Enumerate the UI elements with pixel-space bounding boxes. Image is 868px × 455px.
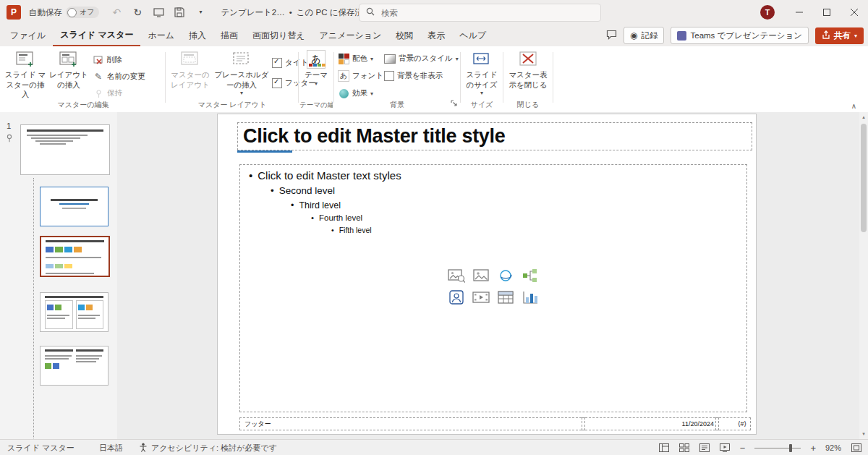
maximize-button[interactable] bbox=[813, 0, 841, 25]
ribbon-group-background: 配色 ▾ あ フォント ▾ 効果 ▾ 背景のスタイル ▾ 背景を非表示 bbox=[335, 46, 459, 111]
scrollbar-thumb[interactable] bbox=[861, 124, 867, 232]
slide-master-editing-surface[interactable]: Click to edit Master title style •Click … bbox=[217, 114, 757, 435]
customize-qat-chevron-icon[interactable]: ▾ bbox=[195, 7, 206, 18]
video-icon[interactable] bbox=[472, 289, 490, 305]
avatar[interactable]: T bbox=[760, 5, 775, 20]
quick-access-toolbar: ↶ ↻ ▾ bbox=[111, 7, 206, 18]
tab-transitions[interactable]: 画面切り替え bbox=[245, 25, 312, 46]
smartart-icon[interactable] bbox=[521, 268, 540, 284]
insert-slide-master-button[interactable]: スライド マスターの挿入 bbox=[4, 50, 46, 100]
pictures-icon[interactable] bbox=[472, 268, 490, 284]
slideshow-view-icon[interactable] bbox=[720, 443, 731, 453]
thumbnail-content bbox=[45, 349, 103, 352]
rename-button[interactable]: ✎ 名前の変更 bbox=[93, 70, 145, 83]
date-placeholder[interactable]: 11/20/2024 bbox=[582, 417, 719, 430]
3d-models-icon[interactable] bbox=[496, 268, 515, 284]
teams-label: Teams でプレゼンテーション bbox=[690, 30, 802, 41]
preserve-button[interactable]: 保持 bbox=[93, 87, 122, 100]
group-label-edit-theme: テーマの編集 bbox=[299, 101, 333, 110]
redo-icon[interactable]: ↻ bbox=[132, 7, 143, 18]
thumbnail-content bbox=[27, 135, 88, 136]
master-layout-button[interactable]: マスターのレイアウト bbox=[168, 50, 213, 90]
collapse-ribbon-icon[interactable]: ∧ bbox=[851, 102, 856, 110]
close-button[interactable] bbox=[841, 0, 868, 25]
fit-to-window-icon[interactable] bbox=[851, 443, 861, 453]
themes-button[interactable]: あ テーマ ▾ bbox=[301, 50, 331, 88]
comments-icon[interactable] bbox=[606, 30, 617, 42]
title-placeholder[interactable]: Click to edit Master title style bbox=[237, 122, 752, 150]
autosave-toggle[interactable]: オフ bbox=[66, 7, 99, 18]
scroll-up-icon[interactable]: ▴ bbox=[859, 112, 868, 122]
search-input[interactable] bbox=[380, 8, 571, 18]
effects-button[interactable]: 効果 ▾ bbox=[338, 87, 373, 100]
tab-review[interactable]: 校閲 bbox=[388, 25, 420, 46]
document-title[interactable]: テンプレート2… • この PC に保存済み ▾ bbox=[221, 7, 379, 18]
slide-sorter-icon[interactable] bbox=[679, 443, 690, 453]
scroll-down-icon[interactable]: ▾ bbox=[859, 429, 868, 439]
share-button[interactable]: 共有 ▾ bbox=[815, 27, 864, 44]
share-label: 共有 bbox=[834, 30, 851, 41]
footer-placeholder[interactable]: フッター bbox=[239, 417, 585, 430]
colors-icon bbox=[338, 53, 349, 64]
hide-background-checkbox[interactable]: 背景を非表示 bbox=[384, 69, 443, 82]
zoom-slider[interactable] bbox=[754, 448, 801, 448]
thumbnail-layout-4[interactable] bbox=[40, 346, 109, 386]
tab-animations[interactable]: アニメーション bbox=[312, 25, 389, 46]
powerpoint-logo-icon[interactable]: P bbox=[7, 5, 21, 20]
normal-view-icon[interactable] bbox=[659, 443, 670, 453]
colors-button[interactable]: 配色 ▾ bbox=[338, 52, 373, 65]
zoom-slider-knob[interactable] bbox=[789, 444, 792, 452]
vertical-scrollbar[interactable]: ▴ ▾ bbox=[859, 112, 868, 439]
tab-view[interactable]: 表示 bbox=[420, 25, 452, 46]
layout-connector-line bbox=[33, 178, 34, 453]
fonts-icon: あ bbox=[338, 70, 349, 82]
save-icon[interactable] bbox=[174, 7, 185, 18]
insert-layout-button[interactable]: レイアウトの挿入 bbox=[48, 50, 90, 90]
zoom-percentage[interactable]: 92% bbox=[825, 443, 841, 452]
tab-insert[interactable]: 挿入 bbox=[182, 25, 213, 46]
fonts-button[interactable]: あ フォント ▾ bbox=[338, 69, 389, 82]
slide-number-placeholder[interactable]: ⟨#⟩ bbox=[715, 417, 751, 430]
table-icon[interactable] bbox=[496, 289, 515, 305]
undo-icon[interactable]: ↶ bbox=[111, 7, 122, 18]
thumbnail-content bbox=[45, 296, 103, 298]
slide-size-button[interactable]: スライドのサイズ ▾ bbox=[463, 50, 501, 98]
accessibility-status[interactable]: アクセシビリティ: 検討が必要です bbox=[139, 443, 277, 454]
autosave-control[interactable]: 自動保存 オフ bbox=[29, 7, 99, 18]
teams-present-button[interactable]: Teams でプレゼンテーション bbox=[671, 27, 809, 44]
thumbnail-layout-2-selected[interactable] bbox=[40, 236, 110, 277]
body-placeholder[interactable]: •Click to edit Master text styles •Secon… bbox=[239, 164, 747, 412]
record-button[interactable]: ◉ 記録 bbox=[624, 27, 664, 44]
search-box[interactable] bbox=[359, 4, 601, 22]
bullet-level-4: •Fourth level bbox=[311, 213, 362, 222]
status-language[interactable]: 日本語 bbox=[99, 443, 123, 454]
delete-icon bbox=[93, 54, 104, 66]
tab-draw[interactable]: 描画 bbox=[213, 25, 245, 46]
bullet-glyph: • bbox=[271, 185, 274, 196]
title-accent-bar bbox=[237, 150, 292, 153]
thumbnail-layout-1[interactable] bbox=[40, 187, 109, 226]
delete-button[interactable]: 削除 bbox=[93, 54, 122, 67]
background-styles-button[interactable]: 背景のスタイル ▾ bbox=[384, 52, 459, 65]
status-view-label[interactable]: スライド マスター bbox=[7, 443, 75, 454]
reading-view-icon[interactable] bbox=[699, 443, 710, 453]
insert-placeholder-icon bbox=[231, 50, 252, 69]
group-separator bbox=[553, 52, 553, 103]
tab-help[interactable]: ヘルプ bbox=[452, 25, 493, 46]
slideshow-from-start-icon[interactable] bbox=[153, 7, 164, 18]
tab-file[interactable]: ファイル bbox=[3, 25, 53, 46]
thumbnail-master[interactable] bbox=[20, 124, 110, 175]
stock-images-icon[interactable] bbox=[447, 268, 466, 284]
tab-home[interactable]: ホーム bbox=[140, 25, 182, 46]
thumbnail-layout-3[interactable] bbox=[40, 292, 109, 332]
zoom-in-icon[interactable]: + bbox=[810, 443, 816, 453]
close-master-view-button[interactable]: マスター表示を閉じる bbox=[506, 50, 550, 90]
insert-placeholder-button[interactable]: プレースホルダーの挿入 ▾ bbox=[214, 50, 269, 98]
chart-icon[interactable] bbox=[521, 289, 540, 305]
zoom-out-icon[interactable]: − bbox=[740, 443, 746, 453]
minimize-button[interactable] bbox=[786, 0, 813, 25]
toggle-knob-icon bbox=[67, 8, 77, 17]
accessibility-icon bbox=[139, 443, 148, 454]
tab-slide-master[interactable]: スライド マスター bbox=[53, 25, 140, 46]
cameo-icon[interactable] bbox=[447, 289, 466, 305]
